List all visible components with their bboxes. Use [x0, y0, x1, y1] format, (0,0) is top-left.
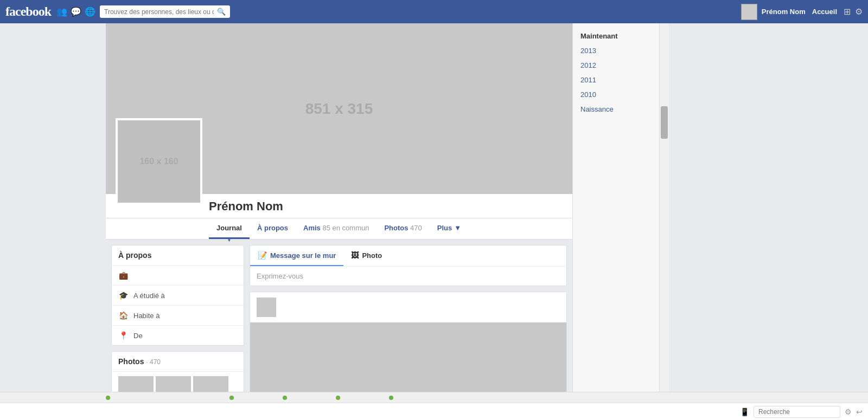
topbar: facebook 👥 💬 🌐 🔍 Prénom Nom Accueil ⊞ ⚙ — [0, 0, 868, 23]
accueil-link[interactable]: Accueil — [810, 8, 839, 16]
settings-icon[interactable]: ⚙ — [855, 7, 863, 17]
apropos-school-label: A étudié à — [133, 292, 165, 300]
message-icon: 📝 — [258, 251, 267, 260]
online-dot-1 — [106, 396, 110, 400]
post-input[interactable]: Exprimez-vous — [250, 267, 566, 286]
tab-apropos[interactable]: À propos — [250, 218, 296, 239]
cover-photo: 851 x 315 160 x 160 — [106, 23, 572, 194]
facebook-logo: facebook — [5, 4, 51, 19]
tab-amis[interactable]: Amis 85 en commun — [296, 218, 376, 239]
apropos-school: 🎓 A étudié à — [112, 286, 244, 306]
search-bar[interactable]: 🔍 — [100, 5, 230, 18]
timeline-2011[interactable]: 2011 — [573, 73, 659, 87]
home-icon: 🏠 — [118, 311, 128, 320]
feed-post-header — [250, 292, 566, 322]
globe-icon[interactable]: 🌐 — [85, 7, 95, 17]
status-dots-bar — [0, 392, 868, 403]
post-avatar[interactable] — [257, 298, 276, 317]
search-input[interactable] — [104, 8, 214, 16]
avatar-dimensions: 160 x 160 — [139, 157, 178, 166]
bottom-logout-icon[interactable]: ↩ — [856, 408, 863, 416]
post-tabs: 📝 Message sur le mur 🖼 Photo — [250, 245, 566, 267]
post-tab-message[interactable]: 📝 Message sur le mur — [250, 245, 343, 266]
bottom-search-input[interactable] — [758, 408, 835, 416]
page-wrapper: 851 x 315 160 x 160 Prénom Nom Journal À… — [0, 23, 868, 420]
bottom-search[interactable] — [754, 406, 840, 418]
profile-main: 851 x 315 160 x 160 Prénom Nom Journal À… — [106, 23, 572, 420]
timeline-2013[interactable]: 2013 — [573, 43, 659, 58]
apropos-from: 📍 De — [112, 326, 244, 345]
apropos-header: À propos — [112, 245, 244, 266]
search-icon: 🔍 — [217, 8, 226, 16]
photo-icon: 🖼 — [351, 251, 359, 260]
scrollbar-thumb[interactable] — [661, 106, 668, 139]
friends-icon[interactable]: 👥 — [56, 7, 67, 17]
profile-name: Prénom Nom — [209, 199, 567, 218]
school-icon: 🎓 — [118, 291, 128, 300]
left-spacer — [0, 23, 106, 420]
location-icon: 📍 — [118, 331, 128, 340]
user-area: Prénom Nom Accueil ⊞ ⚙ — [741, 4, 863, 20]
bottom-bar: 📱 ⚙ ↩ — [0, 403, 868, 420]
profile-tabs: Journal À propos Amis 85 en commun Photo… — [106, 218, 572, 240]
profile-avatar[interactable]: 160 x 160 — [116, 118, 202, 205]
apropos-from-label: De — [133, 332, 143, 340]
apropos-home: 🏠 Habite à — [112, 306, 244, 326]
apropos-card: À propos 💼 🎓 A étudié à 🏠 Habite à — [111, 245, 244, 346]
bottom-settings-icon[interactable]: ⚙ — [845, 408, 852, 416]
cover-dimensions: 851 x 315 — [305, 100, 373, 118]
photos-header: Photos · 470 — [112, 352, 244, 372]
scrollbar-track[interactable] — [660, 23, 669, 420]
online-dot-2 — [229, 396, 234, 400]
online-dot-5 — [389, 396, 393, 400]
online-dot-3 — [283, 396, 287, 400]
timeline-maintenant[interactable]: Maintenant — [573, 29, 659, 43]
tab-photos[interactable]: Photos 470 — [376, 218, 429, 239]
user-name[interactable]: Prénom Nom — [762, 8, 806, 16]
scrollbar-track-container — [659, 23, 669, 420]
post-tab-photo[interactable]: 🖼 Photo — [343, 245, 390, 266]
online-dot-4 — [336, 396, 340, 400]
timeline-sidebar: Maintenant 2013 2012 2011 2010 Naissance — [572, 23, 659, 420]
friends-requests-icon[interactable]: ⊞ — [844, 7, 851, 17]
topbar-nav-icons: 👥 💬 🌐 — [56, 7, 95, 17]
timeline-2010[interactable]: 2010 — [573, 87, 659, 102]
work-icon: 💼 — [118, 271, 128, 280]
messages-icon[interactable]: 💬 — [71, 7, 81, 17]
timeline-2012[interactable]: 2012 — [573, 58, 659, 73]
post-composer: 📝 Message sur le mur 🖼 Photo Exprimez-vo… — [250, 245, 567, 286]
apropos-work: 💼 — [112, 266, 244, 286]
tab-journal[interactable]: Journal — [209, 218, 250, 239]
timeline-naissance[interactable]: Naissance — [573, 102, 659, 117]
user-avatar[interactable] — [741, 4, 757, 20]
tab-plus[interactable]: Plus ▼ — [430, 218, 469, 239]
apropos-home-label: Habite à — [133, 312, 159, 320]
mobile-icon[interactable]: 📱 — [740, 408, 749, 416]
